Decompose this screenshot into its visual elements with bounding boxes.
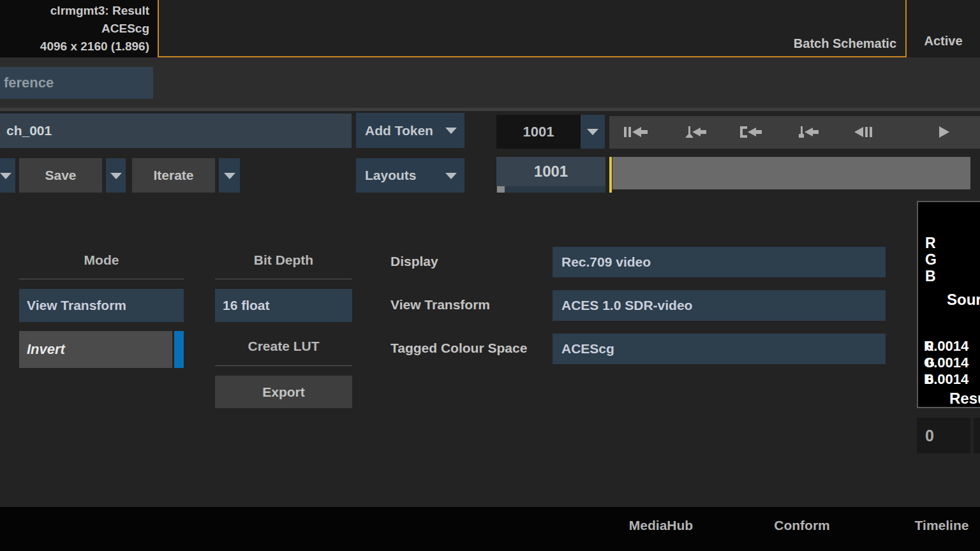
tab-active-label: Active <box>924 34 962 48</box>
clip-info-resolution: 4096 x 2160 (1.896) <box>0 38 149 55</box>
tab-mediahub[interactable]: MediaHub <box>629 518 693 533</box>
sample-channel-r: R <box>925 235 936 252</box>
tab-mediahub-label: MediaHub <box>629 518 693 533</box>
go-to-in-icon <box>737 125 762 139</box>
tagged-colour-space-dropdown[interactable]: ACEScg <box>553 334 886 364</box>
sample-result-row: B 0.0014 <box>918 371 980 388</box>
go-to-start-button[interactable] <box>623 125 649 139</box>
previous-keyframe-button[interactable] <box>681 125 706 139</box>
clip-info-result: clrmgmt3: Result <box>0 2 149 20</box>
add-token-label: Add Token <box>365 113 433 148</box>
sample-offset-field[interactable]: 0 <box>917 418 970 453</box>
clip-info-box: clrmgmt3: Result ACEScg 4096 x 2160 (1.8… <box>0 0 158 57</box>
sample-channel-b: B <box>925 268 936 285</box>
sample-source-label: Source <box>947 291 980 309</box>
view-transform-value: ACES 1.0 SDR-video <box>553 298 692 312</box>
tab-timeline[interactable]: Timeline <box>915 518 969 533</box>
add-token-dropdown[interactable]: Add Token <box>356 113 464 148</box>
timeline-segment[interactable]: 1001 <box>496 157 605 193</box>
save-button-label: Save <box>45 168 76 182</box>
caret-down-icon <box>0 173 11 179</box>
iterate-button-label: Iterate <box>153 168 193 182</box>
tagged-colour-space-label: Tagged Colour Space <box>390 341 527 356</box>
step-back-button[interactable] <box>849 125 875 139</box>
go-to-start-icon <box>623 125 649 139</box>
view-transform-mode-label: View Transform <box>19 298 126 312</box>
transport-bar <box>609 116 980 149</box>
view-transform-label: View Transform <box>390 297 490 312</box>
create-lut-section-divider <box>215 365 352 366</box>
bottom-bar: MediaHub Conform Timeline <box>0 507 980 551</box>
segment-footer-strip <box>496 186 605 193</box>
caret-down-icon <box>587 129 598 135</box>
previous-marker-icon <box>793 125 819 139</box>
create-lut-section-label: Create LUT <box>215 339 352 354</box>
previous-marker-button[interactable] <box>793 125 819 139</box>
bit-depth-value: 16 float <box>215 298 270 312</box>
segment-label: 1001 <box>496 157 605 186</box>
layouts-label: Layouts <box>365 158 417 193</box>
previous-keyframe-icon <box>681 125 706 139</box>
sample-channel-g: G <box>925 251 937 268</box>
mode-section-label: Mode <box>19 253 184 268</box>
invert-active-indicator <box>174 331 184 368</box>
iterate-button[interactable]: Iterate <box>132 158 215 193</box>
caret-down-icon <box>110 173 122 179</box>
viewer-canvas[interactable]: Batch Schematic <box>158 0 907 57</box>
invert-toggle-button[interactable]: Invert <box>19 331 184 368</box>
batch-name-value: ch_001 <box>6 114 52 148</box>
bit-depth-section-divider <box>215 279 352 279</box>
frame-number-field[interactable]: 1001 <box>496 115 581 149</box>
play-button[interactable] <box>937 125 952 139</box>
sample-result-value: 0.0014 <box>926 371 969 388</box>
iterate-options-dropdown-button[interactable] <box>219 158 240 193</box>
sample-offset-field-2[interactable] <box>974 418 980 453</box>
view-mode-label: Batch Schematic <box>794 36 896 51</box>
sample-result-row: R 0.0014 <box>918 338 980 355</box>
export-button-label: Export <box>262 385 305 399</box>
clip-info-colourspace: ACEScg <box>0 20 149 38</box>
frame-number-value: 1001 <box>523 124 554 140</box>
display-value: Rec.709 video <box>553 254 651 269</box>
sample-result-value: 0.0014 <box>926 355 969 371</box>
display-dropdown[interactable]: Rec.709 video <box>553 247 886 277</box>
tab-timeline-label: Timeline <box>915 518 969 533</box>
view-transform-dropdown[interactable]: ACES 1.0 SDR-video <box>553 290 886 321</box>
invert-toggle-label: Invert <box>19 341 65 357</box>
sample-offset-value: 0 <box>917 427 934 444</box>
divider <box>0 108 980 111</box>
tab-conform[interactable]: Conform <box>774 518 830 533</box>
tagged-colour-space-value: ACEScg <box>553 341 614 356</box>
play-icon <box>937 125 952 139</box>
bit-depth-section-label: Bit Depth <box>215 253 352 268</box>
invert-toggle-body: Invert <box>19 331 172 368</box>
reference-button[interactable]: ference <box>0 67 153 99</box>
go-to-in-button[interactable] <box>737 125 762 139</box>
batch-name-input[interactable]: ch_001 <box>0 114 352 148</box>
step-back-icon <box>849 125 875 139</box>
tab-conform-label: Conform <box>774 518 830 533</box>
colour-sample-panel: R G B Source R 0.0014 G 0.0014 B 0.0014 … <box>917 201 980 408</box>
sample-result-label: Result <box>949 390 980 408</box>
playhead[interactable] <box>609 157 612 193</box>
save-options-dropdown-button[interactable] <box>106 158 126 193</box>
caret-down-icon <box>445 128 457 134</box>
frame-number-dropdown-button[interactable] <box>581 115 605 149</box>
bit-depth-dropdown[interactable]: 16 float <box>215 289 352 322</box>
sample-result-row: G 0.0014 <box>918 355 980 371</box>
caret-down-icon <box>445 173 457 179</box>
segment-handle[interactable] <box>497 186 505 193</box>
mode-section-divider <box>19 279 184 279</box>
load-dropdown-button[interactable] <box>0 158 15 193</box>
timeline-track[interactable] <box>612 157 970 189</box>
display-label: Display <box>390 254 438 269</box>
export-button[interactable]: Export <box>215 376 352 408</box>
layouts-dropdown[interactable]: Layouts <box>356 158 464 193</box>
reference-button-label: ference <box>4 67 54 99</box>
view-transform-mode-button[interactable]: View Transform <box>19 289 184 322</box>
caret-down-icon <box>224 173 235 179</box>
tab-active[interactable]: Active <box>907 0 980 57</box>
application-window: clrmgmt3: Result ACEScg 4096 x 2160 (1.8… <box>0 0 980 551</box>
sample-result-value: 0.0014 <box>926 338 969 355</box>
save-button[interactable]: Save <box>19 158 102 193</box>
